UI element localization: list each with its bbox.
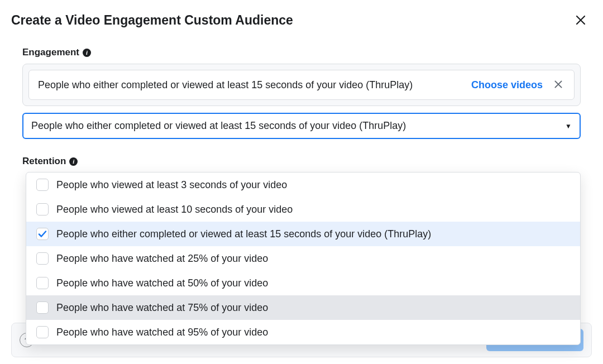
retention-label: Retention i <box>22 156 581 167</box>
option-checkbox[interactable] <box>36 179 49 191</box>
retention-label-text: Retention <box>22 156 66 167</box>
choose-videos-link[interactable]: Choose videos <box>471 79 543 91</box>
info-icon[interactable]: i <box>69 157 78 166</box>
option-row[interactable]: People who viewed at least 10 seconds of… <box>26 197 580 222</box>
options-dropdown-list: People who viewed at least 3 seconds of … <box>26 172 581 345</box>
option-row[interactable]: People who have watched at 75% of your v… <box>26 295 580 320</box>
option-row[interactable]: People who have watched at 95% of your v… <box>26 320 580 344</box>
option-label: People who viewed at least 10 seconds of… <box>56 204 293 215</box>
option-row[interactable]: People who viewed at least 3 seconds of … <box>26 173 580 197</box>
option-checkbox[interactable] <box>36 326 49 338</box>
engagement-card: People who either completed or viewed at… <box>22 64 581 106</box>
close-icon <box>575 15 586 26</box>
option-label: People who viewed at least 3 seconds of … <box>56 179 287 191</box>
info-icon[interactable]: i <box>83 49 91 57</box>
option-checkbox[interactable] <box>36 252 49 265</box>
close-icon <box>554 80 563 89</box>
engagement-row: People who either completed or viewed at… <box>28 70 575 100</box>
option-label: People who either completed or viewed at… <box>56 228 431 240</box>
engagement-label: Engagement i <box>22 47 581 58</box>
remove-engagement-button[interactable] <box>552 78 565 92</box>
option-row[interactable]: People who have watched at 50% of your v… <box>26 271 580 295</box>
engagement-dropdown[interactable]: People who either completed or viewed at… <box>22 113 581 139</box>
option-label: People who have watched at 75% of your v… <box>56 302 268 314</box>
chevron-down-icon: ▼ <box>565 122 572 130</box>
engagement-label-text: Engagement <box>22 47 79 58</box>
option-row[interactable]: People who have watched at 25% of your v… <box>26 246 580 271</box>
option-label: People who have watched at 95% of your v… <box>56 327 268 338</box>
dropdown-selected-text: People who either completed or viewed at… <box>31 120 406 132</box>
modal-title: Create a Video Engagement Custom Audienc… <box>11 13 293 28</box>
option-checkbox[interactable] <box>36 277 49 289</box>
option-checkbox[interactable] <box>36 203 49 215</box>
option-checkbox[interactable] <box>36 228 49 240</box>
option-checkbox[interactable] <box>36 301 49 314</box>
engagement-selected-text: People who either completed or viewed at… <box>38 79 462 91</box>
option-label: People who have watched at 50% of your v… <box>56 277 268 289</box>
close-button[interactable] <box>572 11 590 29</box>
option-label: People who have watched at 25% of your v… <box>56 253 268 265</box>
option-row[interactable]: People who either completed or viewed at… <box>26 222 580 246</box>
check-icon <box>38 229 47 238</box>
